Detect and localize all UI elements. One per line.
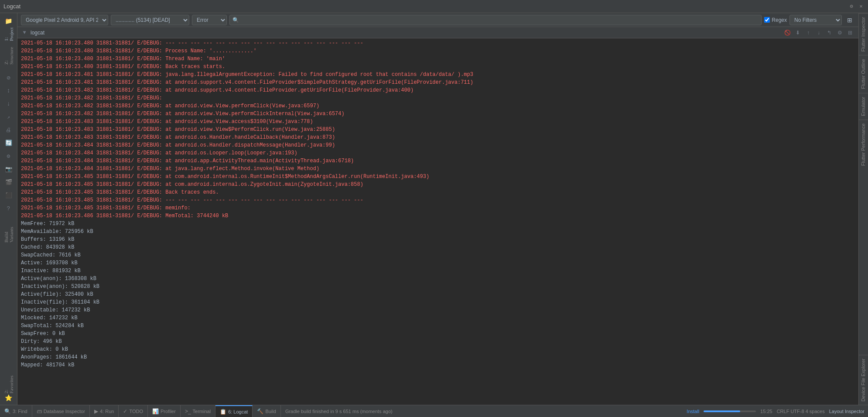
- sidebar-structure-icon[interactable]: 1: Project: [1, 28, 17, 40]
- emulator-tab[interactable]: Emulator: [859, 93, 868, 120]
- log-line: 2021-05-18 16:10:23.484 31881-31881/ E/D…: [17, 157, 858, 165]
- bottom-tab-4--run[interactable]: ▶4: Run: [90, 405, 119, 417]
- sidebar-project-icon[interactable]: 📁: [1, 15, 17, 27]
- progress-bar-fill: [704, 410, 740, 412]
- sidebar-structure-label[interactable]: Z: Structure: [1, 50, 17, 62]
- flutter-performance-tab[interactable]: Flutter Performance: [859, 120, 868, 169]
- sidebar-print-btn[interactable]: 🖨: [1, 124, 17, 136]
- search-input[interactable]: [229, 15, 762, 25]
- sidebar-refresh-btn[interactable]: 🔄: [1, 137, 17, 149]
- up-btn[interactable]: ↑: [803, 28, 813, 38]
- left-sidebar: 📁 1: Project Z: Structure ⊘ ↕ ↓ ↗ 🖨 🔄 ⚙ …: [0, 13, 17, 405]
- sidebar-scroll-btn[interactable]: ↕: [1, 85, 17, 97]
- bottom-tab-6--logcat[interactable]: 📋6: Logcat: [215, 405, 253, 417]
- main-layout: 📁 1: Project Z: Structure ⊘ ↕ ↓ ↗ 🖨 🔄 ⚙ …: [0, 13, 868, 405]
- status-text: Gradle build finished in 9 s 651 ms (mom…: [281, 409, 687, 414]
- bottom-tab-terminal[interactable]: >_Terminal: [181, 405, 215, 417]
- log-line: Inactive(file): 361104 kB: [17, 298, 858, 306]
- log-line: 2021-05-18 16:10:23.485 31881-31881/ E/D…: [17, 204, 858, 212]
- sidebar-clear-btn[interactable]: ⊘: [1, 72, 17, 84]
- sidebar-help-btn[interactable]: ?: [1, 202, 17, 215]
- log-line: 2021-05-18 16:10:23.485 31881-31881/ E/D…: [17, 188, 858, 196]
- sidebar-build-variants-label[interactable]: Build Variants: [1, 229, 17, 241]
- settings-button[interactable]: ⚙: [848, 3, 855, 10]
- device-file-explorer-tab[interactable]: Device File Explorer: [859, 355, 868, 405]
- right-sidebar: Flutter Inspector Flutter Outline Emulat…: [858, 13, 868, 405]
- bottom-bar: 🔍3: Find🗃Database Inspector▶4: Run✓TODO📊…: [0, 405, 868, 417]
- maximize-btn[interactable]: ⊞: [845, 28, 855, 38]
- log-line: 2021-05-18 16:10:23.484 31881-31881/ E/D…: [17, 165, 858, 173]
- tab-icon: 🔨: [257, 408, 263, 414]
- log-line: SwapTotal: 524284 kB: [17, 322, 858, 330]
- bottom-tab-todo[interactable]: ✓TODO: [119, 405, 148, 417]
- install-button[interactable]: Install: [687, 409, 699, 414]
- tab-icon: 🗃: [37, 408, 42, 414]
- content-area: Google Pixel 2 Android 9, API 28 .......…: [17, 13, 858, 405]
- tab-label: 3: Find: [13, 409, 27, 414]
- flutter-inspector-tab[interactable]: Flutter Inspector: [859, 13, 868, 55]
- tab-label: Profiler: [161, 409, 176, 414]
- log-line: 2021-05-18 16:10:23.483 31881-31881/ E/D…: [17, 118, 858, 126]
- log-line: 2021-05-18 16:10:23.483 31881-31881/ E/D…: [17, 133, 858, 141]
- panel-toggle-icon[interactable]: ▼: [21, 29, 28, 36]
- bottom-tab-build[interactable]: 🔨Build: [253, 405, 280, 417]
- sidebar-screenshot-btn[interactable]: 📷: [1, 163, 17, 175]
- sidebar-record-btn[interactable]: 🎬: [1, 176, 17, 188]
- log-line: 2021-05-18 16:10:23.482 31881-31881/ E/D…: [17, 86, 858, 94]
- regex-label[interactable]: Regex: [764, 17, 787, 23]
- log-line: SwapCached: 7616 kB: [17, 251, 858, 259]
- log-line: 2021-05-18 16:10:23.484 31881-31881/ E/D…: [17, 149, 858, 157]
- progress-bar: [704, 410, 756, 412]
- prev-occurrence-btn[interactable]: ↰: [824, 28, 834, 38]
- bottom-tab-3--find[interactable]: 🔍3: Find: [0, 405, 32, 417]
- tab-icon: 🔍: [4, 408, 11, 414]
- time-display: 15:25: [760, 409, 772, 414]
- down-btn[interactable]: ↓: [814, 28, 824, 38]
- bottom-tab-profiler[interactable]: 📊Profiler: [148, 405, 181, 417]
- bottom-tabs: 🔍3: Find🗃Database Inspector▶4: Run✓TODO📊…: [0, 405, 281, 417]
- log-line: 2021-05-18 16:10:23.480 31881-31881/ E/D…: [17, 39, 858, 47]
- log-line: 2021-05-18 16:10:23.486 31881-31881/ E/D…: [17, 212, 858, 220]
- log-line: Inactive: 881932 kB: [17, 267, 858, 275]
- process-select[interactable]: ............. (5134) [DEAD]: [111, 15, 189, 25]
- log-line: 2021-05-18 16:10:23.480 31881-31881/ E/D…: [17, 63, 858, 71]
- sidebar-jump-btn[interactable]: ↗: [1, 111, 17, 123]
- window-title: Logcat: [3, 3, 21, 10]
- device-select[interactable]: Google Pixel 2 Android 9, API 28: [21, 15, 108, 25]
- log-line: SwapFree: 0 kB: [17, 330, 858, 338]
- tab-icon: 📊: [152, 408, 159, 414]
- tab-icon: >_: [185, 408, 191, 414]
- log-line: Active(anon): 1368308 kB: [17, 275, 858, 283]
- toolbar-layout-btn[interactable]: ⊞: [844, 15, 855, 25]
- regex-checkbox[interactable]: [764, 17, 770, 23]
- log-line: 2021-05-18 16:10:23.485 31881-31881/ E/D…: [17, 196, 858, 204]
- flutter-outline-tab[interactable]: Flutter Outline: [859, 55, 868, 92]
- regex-text: Regex: [772, 17, 787, 23]
- log-line: Cached: 843928 kB: [17, 243, 858, 251]
- tab-label: TODO: [129, 409, 143, 414]
- scroll-end-btn[interactable]: ⬇: [793, 28, 803, 38]
- sidebar-down-btn[interactable]: ↓: [1, 98, 17, 110]
- tab-icon: ▶: [94, 408, 98, 414]
- settings-panel-btn[interactable]: ⚙: [835, 28, 844, 38]
- tab-label: Database Inspector: [44, 409, 85, 414]
- close-icon[interactable]: ✕: [858, 3, 865, 10]
- filter-select[interactable]: No Filters: [789, 15, 842, 25]
- tab-icon: ✓: [123, 408, 127, 414]
- sidebar-stop-btn[interactable]: ⬛: [1, 189, 17, 202]
- log-line: Active: 1693708 kB: [17, 259, 858, 267]
- clear-log-btn[interactable]: 🚫: [783, 28, 792, 38]
- sidebar-settings-btn[interactable]: ⚙: [1, 150, 17, 162]
- log-line: 2021-05-18 16:10:23.481 31881-31881/ E/D…: [17, 79, 858, 86]
- bottom-right: Install 15:25 CRLF UTF-8 4 spaces Layout…: [687, 409, 868, 414]
- log-line: 2021-05-18 16:10:23.480 31881-31881/ E/D…: [17, 55, 858, 63]
- layout-inspector-link[interactable]: Layout Inspector: [829, 409, 865, 414]
- log-line: MemAvailable: 725956 kB: [17, 228, 858, 236]
- bottom-tab-database-inspector[interactable]: 🗃Database Inspector: [32, 405, 90, 417]
- sidebar-favorites-label[interactable]: 2: Favorites: [1, 379, 17, 391]
- level-select[interactable]: Error: [192, 15, 227, 25]
- tab-label: Build: [265, 409, 276, 414]
- log-content[interactable]: 2021-05-18 16:10:23.480 31881-31881/ E/D…: [17, 38, 858, 405]
- log-line: Writeback: 0 kB: [17, 345, 858, 353]
- log-line: Inactive(anon): 520828 kB: [17, 283, 858, 291]
